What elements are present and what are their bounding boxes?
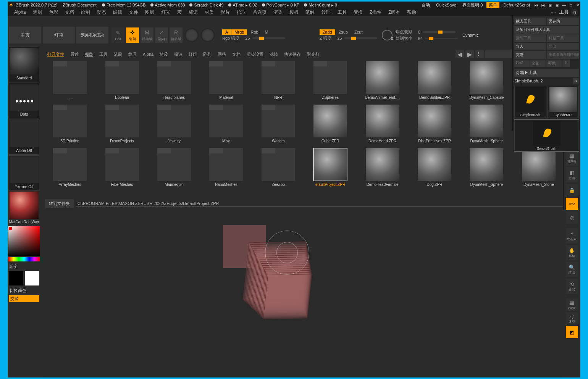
- ui-opacity[interactable]: 界面透明 0: [460, 2, 485, 8]
- menu-item[interactable]: 渲染: [270, 8, 286, 16]
- mode-zsub[interactable]: Zsub: [336, 29, 351, 35]
- gen-polymesh-button[interactable]: 生成 多边形网格物体: [547, 51, 579, 59]
- browser-tab[interactable]: 笔刷: [111, 51, 124, 58]
- local-button[interactable]: ◎: [566, 211, 578, 224]
- menu-item[interactable]: 首选项: [249, 8, 270, 16]
- goz-r-button[interactable]: R: [562, 60, 570, 67]
- copy-tool-button[interactable]: 复制工具: [514, 34, 546, 42]
- browser-tab[interactable]: 材质: [157, 51, 170, 58]
- browser-folder[interactable]: DemoProjects: [97, 105, 147, 146]
- browser-tab[interactable]: Alpha: [141, 51, 156, 57]
- frame-button[interactable]: ⌖中心点: [566, 228, 578, 244]
- minimize-icon[interactable]: —: [561, 2, 567, 8]
- alternate-toggle[interactable]: 交替: [9, 295, 39, 302]
- browser-file[interactable]: DynaMesh_Stone: [514, 148, 564, 189]
- browser-tab[interactable]: 聚光灯: [305, 51, 322, 58]
- browser-file[interactable]: DynaMesh_Sphere: [462, 148, 511, 189]
- browser-tab[interactable]: 网格: [215, 51, 228, 58]
- browser-tab[interactable]: 阵列: [201, 51, 214, 58]
- mode-zadd[interactable]: Zadd: [320, 29, 335, 35]
- canvas-viewport[interactable]: [44, 211, 563, 376]
- rotate-gizmo[interactable]: R旋转轴: [170, 27, 183, 43]
- draw-size-slider[interactable]: 绘制大小 64: [396, 35, 458, 41]
- browser-file[interactable]: DynaMesh_Sphere: [462, 105, 511, 146]
- goz-visible-button[interactable]: 可见: [546, 60, 562, 67]
- prev-button[interactable]: ◀: [456, 50, 464, 58]
- menu-item[interactable]: 宏: [174, 8, 185, 16]
- seek-end-icon[interactable]: ⏭: [541, 2, 546, 8]
- browser-tab[interactable]: 纤维: [186, 51, 199, 58]
- swatch-main[interactable]: [9, 271, 23, 285]
- dynamesh-toggle[interactable]: [201, 28, 215, 42]
- transparent-button[interactable]: ◌透 明: [566, 312, 578, 324]
- browser-file[interactable]: DemoSoldier.ZPR: [410, 61, 459, 102]
- tool-thumbnail[interactable]: SimpleBrush: [514, 86, 546, 118]
- rotate-view-button[interactable]: ⟲旋 转: [566, 279, 578, 294]
- browser-tab[interactable]: 渲染设置: [244, 51, 266, 58]
- collapse-panel-icon[interactable]: ◑: [571, 9, 578, 16]
- maximize-icon[interactable]: □: [568, 2, 573, 8]
- browser-tab[interactable]: 滤镜: [267, 51, 280, 58]
- home-tab[interactable]: 主页: [9, 27, 41, 44]
- quicksave-button[interactable]: QuickSave: [434, 2, 459, 8]
- mode-a[interactable]: A: [222, 29, 231, 35]
- browser-folder[interactable]: ZSpheres: [305, 61, 355, 102]
- menu-item[interactable]: 帮助: [404, 8, 420, 16]
- browser-file[interactable]: Dog.ZPR: [410, 148, 459, 189]
- close-icon[interactable]: ✕: [575, 2, 580, 8]
- mode-zcut[interactable]: Zcut: [351, 29, 365, 35]
- browser-folder[interactable]: Wacom: [254, 105, 303, 146]
- floor-button[interactable]: ▦地网格: [566, 150, 578, 166]
- browser-tab[interactable]: 项目: [82, 51, 95, 58]
- tool-r-button[interactable]: R: [573, 78, 579, 84]
- menu-item[interactable]: 纹理: [318, 8, 334, 16]
- browser-folder[interactable]: Misc: [201, 105, 251, 146]
- browser-tab[interactable]: 文档: [230, 51, 243, 58]
- solo-button[interactable]: ◩: [566, 326, 578, 338]
- menu-item[interactable]: 文档: [61, 8, 78, 16]
- menu-item[interactable]: 图层: [142, 8, 158, 16]
- stroke-selector[interactable]: Dots: [9, 83, 39, 118]
- xyz-button[interactable]: XYZ: [566, 198, 578, 210]
- move-view-button[interactable]: ✋移动: [566, 245, 578, 260]
- browser-folder[interactable]: Head planes: [149, 61, 199, 102]
- menu-item[interactable]: 影片: [217, 8, 233, 16]
- browser-tab[interactable]: 最近: [68, 51, 81, 58]
- search-field[interactable]: [485, 50, 516, 58]
- menu-item[interactable]: 标记: [185, 8, 201, 16]
- swatch-secondary[interactable]: [25, 271, 39, 285]
- menu-item[interactable]: Z脚本: [385, 8, 404, 16]
- mode-rgb[interactable]: Rgb: [247, 29, 261, 35]
- mode-mrgb[interactable]: Mrgb: [231, 29, 247, 35]
- sculptris-toggle[interactable]: [185, 28, 199, 42]
- lightbox-tools-header[interactable]: 灯箱▶工具: [514, 69, 579, 77]
- goz-all-button[interactable]: 全部: [530, 60, 546, 67]
- menu-item[interactable]: 笔触: [302, 8, 318, 16]
- scale-gizmo[interactable]: ⤢缩放轴: [155, 27, 168, 43]
- hue-strip[interactable]: [8, 257, 40, 261]
- browser-file[interactable]: DemoHead.ZPR: [357, 105, 407, 146]
- pin-icon[interactable]: ⤺: [550, 9, 557, 16]
- material-selector[interactable]: MatCap Red Wax: [9, 192, 39, 225]
- menu-item[interactable]: 拾取: [233, 8, 249, 16]
- menu-item[interactable]: 模板: [286, 8, 302, 16]
- default-zscript[interactable]: DefaultZScript: [501, 2, 532, 8]
- browser-folder[interactable]: Jewelry: [149, 105, 199, 146]
- browser-folder[interactable]: NPR: [254, 61, 303, 102]
- menu-item[interactable]: Z插件: [366, 8, 385, 16]
- goz-button[interactable]: GoZ: [514, 60, 530, 67]
- browser-path[interactable]: C:\PROGRAM FILES\MAXON ZBRUSH 2022/ZProj…: [76, 200, 564, 207]
- lock-button[interactable]: 🔒: [566, 184, 578, 196]
- move-gizmo[interactable]: M移动轴: [141, 27, 153, 43]
- menu-item[interactable]: 文件: [126, 8, 142, 16]
- alpha-selector[interactable]: Alpha Off: [9, 119, 39, 155]
- seek-start-icon[interactable]: ⏮: [534, 2, 539, 8]
- layout-b-icon[interactable]: ▣: [554, 2, 560, 8]
- browser-folder[interactable]: Mannequin: [149, 148, 199, 189]
- tool-thumbnail[interactable]: SimpleBrush: [514, 119, 579, 152]
- goto-folder-button[interactable]: 转到文件夹: [45, 199, 74, 208]
- gradient-label[interactable]: 渐变: [8, 262, 19, 270]
- focal-shift-slider[interactable]: 焦点衰减 0: [396, 29, 458, 35]
- browser-folder[interactable]: Boolean: [97, 61, 147, 102]
- menu-toggle[interactable]: 菜单: [486, 2, 499, 8]
